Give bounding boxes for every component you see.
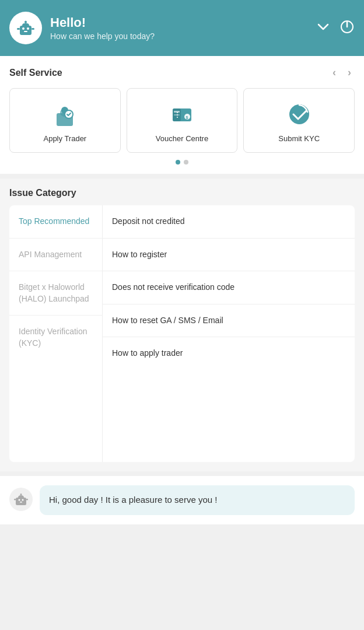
self-service-title: Self Service	[9, 68, 62, 78]
issue-item-reset-ga[interactable]: How to reset GA / SMS / Email	[103, 304, 355, 338]
header-title: Hello!	[50, 15, 155, 30]
bot-message-bubble: Hi, good day ! It is a pleasure to serve…	[40, 485, 355, 515]
svg-rect-29	[20, 502, 22, 503]
svg-rect-26	[18, 495, 24, 499]
bottom-message-section: Hi, good day ! It is a pleasure to serve…	[0, 476, 364, 524]
issue-panel: Top Recommended API Management Bitget x …	[9, 205, 355, 462]
svg-point-2	[22, 27, 24, 30]
svg-text:$: $	[186, 116, 188, 120]
issue-item-how-to-register[interactable]: How to register	[103, 239, 355, 272]
apply-trader-icon	[51, 100, 79, 128]
bot-message-text: Hi, good day ! It is a pleasure to serve…	[49, 495, 218, 505]
svg-point-8	[25, 21, 27, 23]
issue-category-title: Issue Category	[9, 188, 355, 198]
avatar	[9, 12, 42, 44]
carousel-dots	[9, 160, 355, 164]
header-subtitle: How can we help you today?	[50, 32, 155, 41]
nav-prev-button[interactable]: ‹	[329, 65, 340, 80]
svg-rect-32	[20, 494, 22, 495]
sidebar-item-top-recommended[interactable]: Top Recommended	[9, 205, 102, 239]
voucher-centre-label: Voucher Centre	[156, 134, 208, 143]
dot-1[interactable]	[176, 160, 180, 164]
svg-rect-22	[174, 114, 180, 116]
self-service-header: Self Service ‹ ›	[9, 65, 355, 80]
apply-trader-card[interactable]: Apply Trader	[9, 88, 121, 153]
self-service-section: Self Service ‹ › Apply Trader	[0, 56, 364, 174]
submit-kyc-label: Submit KYC	[278, 134, 320, 143]
apply-trader-label: Apply Trader	[43, 134, 86, 143]
nav-next-button[interactable]: ›	[344, 65, 355, 80]
svg-rect-31	[26, 499, 28, 501]
dropdown-icon[interactable]	[316, 20, 330, 37]
issue-category-section: Issue Category Top Recommended API Manag…	[0, 178, 364, 471]
sidebar-item-api-management[interactable]: API Management	[9, 239, 102, 272]
header-left: Hello! How can we help you today?	[9, 12, 155, 44]
issue-content: Deposit not credited How to register Doe…	[103, 205, 355, 462]
voucher-centre-card[interactable]: $ Voucher Centre	[127, 88, 238, 153]
issue-item-apply-trader[interactable]: How to apply trader	[103, 337, 355, 370]
sidebar-item-bitget-haloworld[interactable]: Bitget x Haloworld (HALO) Launchpad	[9, 271, 102, 316]
power-icon[interactable]	[340, 19, 355, 37]
issue-sidebar: Top Recommended API Management Bitget x …	[9, 205, 103, 462]
voucher-centre-icon: $	[168, 100, 196, 128]
svg-point-27	[19, 499, 20, 501]
submit-kyc-card[interactable]: Submit KYC	[243, 88, 355, 153]
sidebar-item-identity-verification[interactable]: Identity Verification (KYC)	[9, 316, 102, 359]
header: Hello! How can we help you today?	[0, 0, 364, 56]
svg-point-28	[22, 499, 24, 501]
bot-avatar-small	[9, 488, 33, 511]
header-icons	[316, 19, 355, 37]
issue-item-verification-code[interactable]: Does not receive verification code	[103, 271, 355, 304]
svg-point-3	[27, 27, 29, 30]
svg-rect-1	[22, 23, 29, 28]
svg-rect-30	[14, 499, 16, 501]
nav-arrows: ‹ ›	[329, 65, 355, 80]
submit-kyc-icon	[285, 100, 313, 128]
header-text: Hello! How can we help you today?	[50, 15, 155, 41]
svg-rect-21	[174, 111, 180, 113]
svg-rect-4	[24, 31, 27, 32]
issue-item-deposit-not-credited[interactable]: Deposit not credited	[103, 205, 355, 239]
dot-2[interactable]	[184, 160, 188, 164]
svg-rect-6	[32, 28, 34, 30]
svg-rect-5	[17, 28, 20, 30]
cards-container: Apply Trader $ Voucher Centre	[9, 88, 355, 153]
